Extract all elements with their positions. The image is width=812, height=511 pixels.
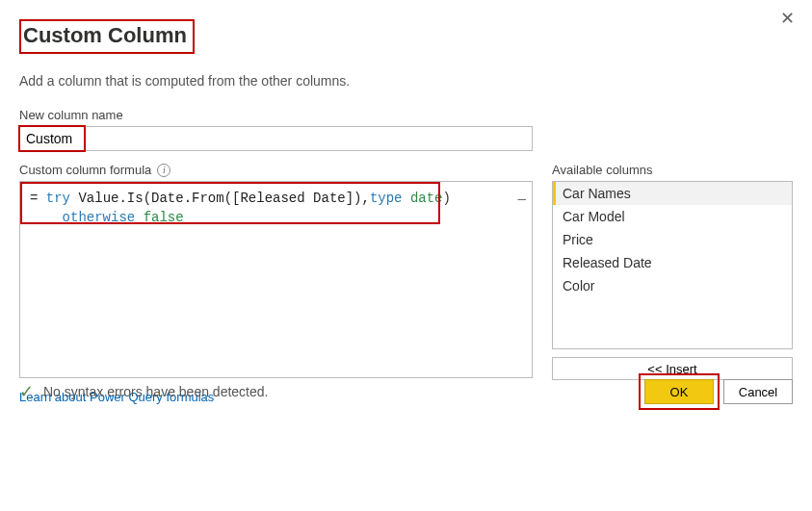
formula-space — [135, 210, 143, 225]
new-column-name-input[interactable] — [19, 126, 533, 151]
ok-button[interactable]: OK — [644, 379, 714, 404]
formula-eq: = — [30, 191, 38, 206]
status-text: No syntax errors have been detected. — [43, 384, 268, 399]
formula-indent — [30, 210, 63, 225]
formula-token-try: try — [46, 191, 70, 206]
formula-token-otherwise: otherwise — [63, 210, 136, 225]
available-column-item[interactable]: Released Date — [553, 251, 792, 274]
new-column-name-label: New column name — [19, 108, 793, 122]
available-columns-label: Available columns — [552, 163, 793, 177]
check-icon: ✓ — [19, 383, 34, 400]
formula-token-fn: Value.Is(Date.From([Released Date]), — [70, 191, 370, 206]
available-column-item[interactable]: Car Names — [553, 182, 792, 205]
dialog-title: Custom Column — [19, 19, 195, 54]
available-column-item[interactable]: Color — [553, 274, 792, 297]
cancel-button[interactable]: Cancel — [723, 379, 793, 404]
close-icon[interactable]: ✕ — [776, 4, 799, 33]
formula-token-date: date — [403, 191, 443, 206]
formula-token-false: false — [144, 210, 184, 225]
available-column-item[interactable]: Price — [553, 228, 792, 251]
formula-label: Custom column formula — [19, 163, 151, 177]
formula-editor[interactable]: = try Value.Is(Date.From([Released Date]… — [19, 181, 533, 378]
insert-button[interactable]: << Insert — [552, 357, 793, 380]
formula-token-paren: ) — [443, 191, 451, 206]
available-columns-list[interactable]: Car Names Car Model Price Released Date … — [552, 181, 793, 349]
formula-token-type: type — [370, 191, 403, 206]
available-column-item[interactable]: Car Model — [553, 205, 792, 228]
dialog-subtitle: Add a column that is computed from the o… — [19, 73, 793, 89]
info-icon[interactable]: i — [157, 164, 170, 177]
cursor-indicator: — — [518, 190, 526, 209]
